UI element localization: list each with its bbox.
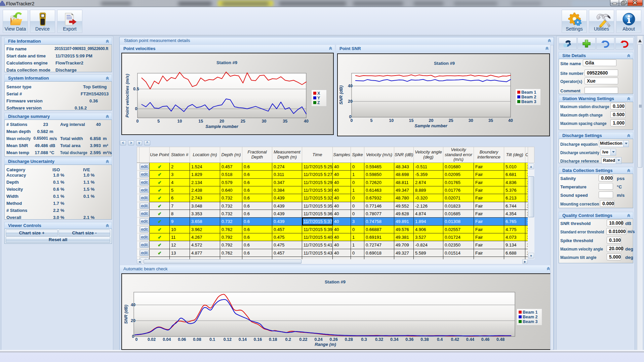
svg-text:SNR (dB): SNR (dB) [123,305,128,324]
svg-text:Point velocities (m/s): Point velocities (m/s) [125,74,130,118]
svg-text:35: 35 [488,118,493,123]
svg-text:Station #9: Station #9 [434,61,455,66]
svg-text:0.48: 0.48 [496,337,505,342]
svg-text:0.14: 0.14 [239,337,247,342]
svg-text:0: 0 [351,118,353,123]
svg-text:Sample number: Sample number [414,123,447,128]
svg-text:0.24: 0.24 [314,337,322,342]
svg-text:10: 10 [389,118,394,123]
svg-text:0.4: 0.4 [437,337,443,342]
svg-text:20: 20 [219,119,224,124]
svg-text:40: 40 [348,84,353,88]
svg-text:0: 0 [132,334,134,339]
svg-text:0.34: 0.34 [390,337,398,342]
svg-text:0.3: 0.3 [361,337,367,342]
svg-text:15: 15 [198,119,203,124]
svg-text:20: 20 [348,99,353,104]
svg-text:0.02: 0.02 [148,337,156,342]
svg-text:20: 20 [429,118,434,123]
svg-text:25: 25 [449,118,453,123]
svg-text:Range (m): Range (m) [315,342,336,347]
svg-text:0.04: 0.04 [163,337,171,342]
svg-text:20: 20 [131,318,135,323]
svg-text:0.16: 0.16 [254,337,262,342]
svg-text:0.18: 0.18 [269,337,277,342]
svg-text:0.28: 0.28 [345,337,353,342]
svg-text:5: 5 [157,119,160,124]
svg-text:40: 40 [508,118,513,123]
svg-text:SNR (dB): SNR (dB) [338,85,344,104]
svg-text:35: 35 [283,119,287,124]
svg-text:0.22: 0.22 [299,337,307,342]
svg-text:0.1: 0.1 [209,337,215,342]
svg-text:0: 0 [135,337,138,342]
svg-text:5: 5 [370,118,373,123]
svg-text:0.44: 0.44 [466,337,474,342]
svg-text:0.38: 0.38 [420,337,429,342]
svg-text:25: 25 [241,119,245,124]
svg-text:0.5: 0.5 [133,87,139,91]
svg-text:10: 10 [177,119,182,124]
svg-text:0.46: 0.46 [481,337,489,342]
svg-text:0.2: 0.2 [285,337,291,342]
svg-text:0.36: 0.36 [405,337,413,342]
svg-text:Station #9: Station #9 [216,60,237,65]
svg-text:0.26: 0.26 [330,337,338,342]
svg-text:0.42: 0.42 [451,337,459,342]
svg-text:Station #9: Station #9 [325,279,346,284]
svg-text:0: 0 [136,119,139,124]
svg-text:30: 30 [469,118,473,123]
svg-text:Sample number: Sample number [205,124,238,129]
svg-text:0.32: 0.32 [375,337,383,342]
svg-text:0.08: 0.08 [193,337,201,342]
svg-text:15: 15 [409,118,413,123]
svg-text:0: 0 [135,106,137,111]
svg-text:0.06: 0.06 [178,337,186,342]
svg-text:0.12: 0.12 [224,337,232,342]
svg-text:30: 30 [262,119,267,124]
svg-text:40: 40 [304,119,309,124]
svg-text:40: 40 [131,303,135,307]
